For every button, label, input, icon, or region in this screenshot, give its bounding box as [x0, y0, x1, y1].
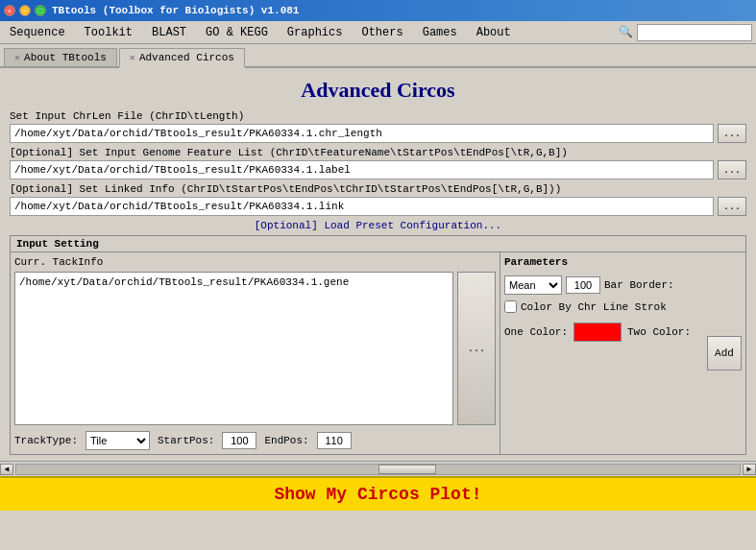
window-title: TBtools (Toolbox for Biologists) v1.081 — [52, 5, 299, 16]
main-content: Advanced Circos Set Input ChrLen File (C… — [0, 68, 756, 461]
show-circos-button[interactable]: Show My Circos Plot! — [0, 476, 756, 511]
color-row: One Color: Two Color: — [504, 323, 742, 342]
color-by-chr-checkbox[interactable] — [504, 300, 517, 313]
track-area: /home/xyt/Data/orchid/TBtools_result/PKA… — [14, 272, 496, 425]
menu-others[interactable]: Others — [355, 24, 408, 41]
scroll-thumb[interactable] — [378, 465, 436, 474]
two-color-label: Two Color: — [627, 326, 691, 338]
maximize-button[interactable]: □ — [35, 5, 46, 16]
left-panel: Curr. TackInfo /home/xyt/Data/orchid/TBt… — [11, 252, 500, 454]
end-pos-label: EndPos: — [264, 435, 308, 446]
search-icon: 🔍 — [619, 25, 633, 39]
menu-sequence[interactable]: Sequence — [4, 24, 71, 41]
color-by-chr-row: Color By Chr Line Strok — [504, 300, 742, 313]
file-label-2: [Optional] Set Input Genome Feature List… — [10, 147, 746, 158]
end-pos-input[interactable] — [317, 432, 352, 449]
tab-close-circos[interactable]: ✕ — [130, 52, 135, 63]
browse-btn-3[interactable]: ... — [718, 197, 746, 216]
add-button[interactable]: Add — [707, 336, 742, 371]
file-row-1: ... — [10, 124, 746, 143]
track-type-label: TrackType: — [14, 435, 78, 446]
tab-about-tbtools[interactable]: ✕ About TBtools — [4, 48, 117, 66]
menu-graphics[interactable]: Graphics — [281, 24, 349, 41]
right-panel: Parameters Mean Max Min Bar Border: Colo… — [500, 252, 745, 454]
track-type-select[interactable]: Tile Bar Line Scatter Heatmap — [85, 431, 150, 450]
close-button[interactable]: × — [4, 5, 15, 16]
menu-toolkit[interactable]: Toolkit — [79, 24, 138, 41]
title-bar: × − □ TBtools (Toolbox for Biologists) v… — [0, 0, 756, 21]
tab-bar: ✕ About TBtools ✕ Advanced Circos — [0, 44, 756, 68]
one-color-swatch[interactable] — [573, 323, 622, 342]
file-input-3[interactable] — [10, 197, 714, 216]
track-textarea[interactable]: /home/xyt/Data/orchid/TBtools_result/PKA… — [14, 272, 453, 425]
scroll-left-arrow[interactable]: ◀ — [0, 464, 13, 475]
tab-circos-label: Advanced Circos — [139, 52, 234, 63]
minimize-button[interactable]: − — [19, 5, 31, 16]
parameters-title: Parameters — [504, 256, 742, 268]
browse-btn-2[interactable]: ... — [718, 160, 746, 179]
file-input-1[interactable] — [10, 124, 714, 143]
scroll-right-arrow[interactable]: ▶ — [743, 464, 756, 475]
mean-select[interactable]: Mean Max Min — [504, 275, 562, 295]
tab-about-label: About TBtools — [24, 52, 107, 63]
search-area: 🔍 — [619, 24, 752, 41]
menu-go-kegg[interactable]: GO & KEGG — [200, 24, 274, 41]
file-row-2: ... — [10, 160, 746, 179]
mean-row: Mean Max Min Bar Border: — [504, 275, 742, 295]
input-setting-box: Input Setting Curr. TackInfo /home/xyt/D… — [10, 235, 746, 455]
track-options: TrackType: Tile Bar Line Scatter Heatmap… — [14, 431, 496, 450]
tab-close-about[interactable]: ✕ — [14, 52, 20, 63]
color-by-chr-label: Color By Chr Line Strok — [521, 301, 667, 313]
input-setting-title: Input Setting — [11, 236, 745, 252]
start-pos-label: StartPos: — [158, 435, 214, 446]
mean-value-input[interactable] — [566, 276, 600, 294]
file-label-3: [Optional] Set Linked Info (ChrID\tStart… — [10, 183, 746, 195]
scroll-bar: ◀ ▶ — [0, 461, 756, 476]
browse-btn-1[interactable]: ... — [718, 124, 746, 143]
menu-games[interactable]: Games — [417, 24, 463, 41]
one-color-label: One Color: — [504, 326, 568, 338]
track-more-btn[interactable]: ... — [457, 272, 496, 425]
file-row-3: ... — [10, 197, 746, 216]
file-label-1: Set Input ChrLen File (ChrID\tLength) — [10, 110, 746, 122]
preset-row[interactable]: [Optional] Load Preset Configuration... — [10, 220, 746, 231]
search-input[interactable] — [637, 24, 752, 41]
file-input-2[interactable] — [10, 160, 714, 179]
window-controls[interactable]: × − □ — [4, 5, 46, 16]
menu-blast[interactable]: BLAST — [146, 24, 192, 41]
bar-border-label: Bar Border: — [604, 279, 674, 291]
scroll-track[interactable] — [15, 464, 741, 475]
input-setting-inner: Curr. TackInfo /home/xyt/Data/orchid/TBt… — [11, 252, 745, 454]
tab-advanced-circos[interactable]: ✕ Advanced Circos — [119, 48, 245, 68]
start-pos-input[interactable] — [222, 432, 256, 449]
curr-track-title: Curr. TackInfo — [14, 256, 496, 268]
menu-bar: Sequence Toolkit BLAST GO & KEGG Graphic… — [0, 21, 756, 44]
page-title: Advanced Circos — [10, 78, 746, 103]
menu-about[interactable]: About — [471, 24, 517, 41]
